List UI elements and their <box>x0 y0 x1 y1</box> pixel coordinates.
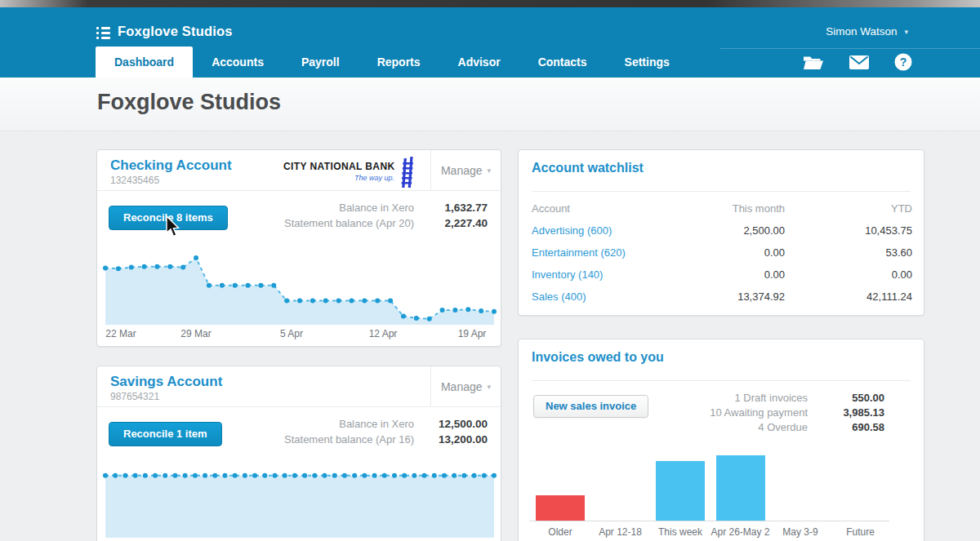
statement-balance-value: 13,200.00 <box>422 433 488 446</box>
overdue-label[interactable]: 4 Overdue <box>758 421 808 433</box>
help-icon[interactable]: ? <box>894 53 912 71</box>
svg-text:?: ? <box>900 55 907 69</box>
bar-x-label: Apr 12-18 <box>599 526 642 538</box>
chevron-down-icon: ▾ <box>488 166 492 175</box>
org-list-icon[interactable] <box>96 27 110 42</box>
statement-balance-value: 2,227.40 <box>422 217 488 229</box>
savings-account-card: Savings Account 987654321 Manage ▾ Recon… <box>96 366 501 541</box>
account-watchlist-card: Account watchlist Account This month YTD… <box>518 149 924 316</box>
balance-value: 12,500.00 <box>422 418 488 430</box>
savings-account-number: 987654321 <box>110 391 159 402</box>
invoice-bar <box>656 461 705 521</box>
bar-x-label: This week <box>658 526 702 538</box>
table-row: Inventory (140) 0.00 0.00 <box>532 264 912 286</box>
user-name: Simon Watson <box>826 25 897 38</box>
watchlist-header-row: Account This month YTD <box>532 197 912 220</box>
reconcile-button[interactable]: Reconcile 8 items <box>109 206 228 230</box>
overdue-value: 690.58 <box>816 421 884 433</box>
window-top-strip <box>0 0 980 7</box>
bar-x-label: Future <box>846 526 875 538</box>
account-link[interactable]: Advertising (600) <box>532 224 695 237</box>
savings-balance-chart <box>102 469 497 538</box>
balance-value: 1,632.77 <box>422 202 488 214</box>
bar-x-label: Older <box>548 526 572 538</box>
bar-x-label: May 3-9 <box>782 526 817 538</box>
tab-advisor[interactable]: Advisor <box>439 47 519 78</box>
table-row: Sales (400) 13,374.92 42,111.24 <box>532 286 912 308</box>
tab-dashboard[interactable]: Dashboard <box>96 47 193 78</box>
app-header: Foxglove Studios Simon Watson ▾ Dashboar… <box>0 7 980 78</box>
invoices-summary: 1 Draft invoices 550.00 10 Awaiting paym… <box>710 392 884 436</box>
statement-balance-label: Statement balance (Apr 20) <box>284 217 414 229</box>
draft-invoices-label[interactable]: 1 Draft invoices <box>734 392 808 404</box>
new-sales-invoice-button[interactable]: New sales invoice <box>533 395 648 418</box>
invoices-title: Invoices owed to you <box>532 350 664 365</box>
manage-button[interactable]: Manage ▾ <box>430 150 501 191</box>
tab-payroll[interactable]: Payroll <box>283 47 359 78</box>
manage-button[interactable]: Manage ▾ <box>430 366 501 407</box>
draft-invoices-value: 550.00 <box>816 392 884 404</box>
user-menu[interactable]: Simon Watson ▾ <box>826 25 908 38</box>
invoices-bar-chart <box>519 455 925 521</box>
reconcile-button[interactable]: Reconcile 1 item <box>109 422 222 446</box>
account-link[interactable]: Inventory (140) <box>532 268 695 281</box>
tab-reports[interactable]: Reports <box>359 47 439 78</box>
checking-account-card: Checking Account 132435465 City National… <box>96 149 501 347</box>
bank-logo: City National Bank The way up. <box>283 158 416 189</box>
savings-account-title[interactable]: Savings Account <box>110 374 222 390</box>
chart-baseline <box>529 521 889 521</box>
balance-label: Balance in Xero <box>339 202 414 214</box>
checking-account-title[interactable]: Checking Account <box>110 157 232 174</box>
table-row: Entertainment (620) 0.00 53.60 <box>532 242 912 264</box>
chevron-down-icon: ▾ <box>904 28 908 36</box>
invoice-bar <box>536 495 585 521</box>
bar-x-label: Apr 26-May 2 <box>710 526 769 538</box>
title-bar: Foxglove Studios <box>0 78 980 131</box>
watchlist-table: Account This month YTD Advertising (600)… <box>532 197 912 308</box>
statement-balance-label: Statement balance (Apr 16) <box>284 433 414 446</box>
chevron-down-icon: ▾ <box>488 383 492 391</box>
account-link[interactable]: Sales (400) <box>532 290 695 303</box>
tab-accounts[interactable]: Accounts <box>193 47 283 78</box>
bank-ladder-icon <box>399 155 414 189</box>
watchlist-title: Account watchlist <box>532 161 644 175</box>
header-divider <box>720 48 980 49</box>
folder-icon[interactable] <box>803 55 824 70</box>
mail-icon[interactable] <box>849 55 869 69</box>
bank-name: City National Bank <box>283 161 395 172</box>
main-nav: Dashboard Accounts Payroll Reports Advis… <box>96 47 688 78</box>
balance-label: Balance in Xero <box>339 418 414 430</box>
page-title: Foxglove Studios <box>97 90 281 115</box>
org-name[interactable]: Foxglove Studios <box>118 24 233 39</box>
table-row: Advertising (600) 2,500.00 10,453.75 <box>532 220 912 242</box>
bank-tagline: The way up. <box>283 174 394 182</box>
tab-settings[interactable]: Settings <box>606 47 688 78</box>
tab-contacts[interactable]: Contacts <box>519 47 606 78</box>
invoices-owed-card: Invoices owed to you New sales invoice 1… <box>518 339 924 541</box>
checking-balance-chart <box>102 251 497 325</box>
awaiting-payment-value: 3,985.13 <box>816 406 884 419</box>
invoice-bar <box>716 455 765 521</box>
awaiting-payment-label[interactable]: 10 Awaiting payment <box>710 406 808 419</box>
account-link[interactable]: Entertainment (620) <box>532 246 695 259</box>
checking-account-number: 132435465 <box>110 175 159 186</box>
